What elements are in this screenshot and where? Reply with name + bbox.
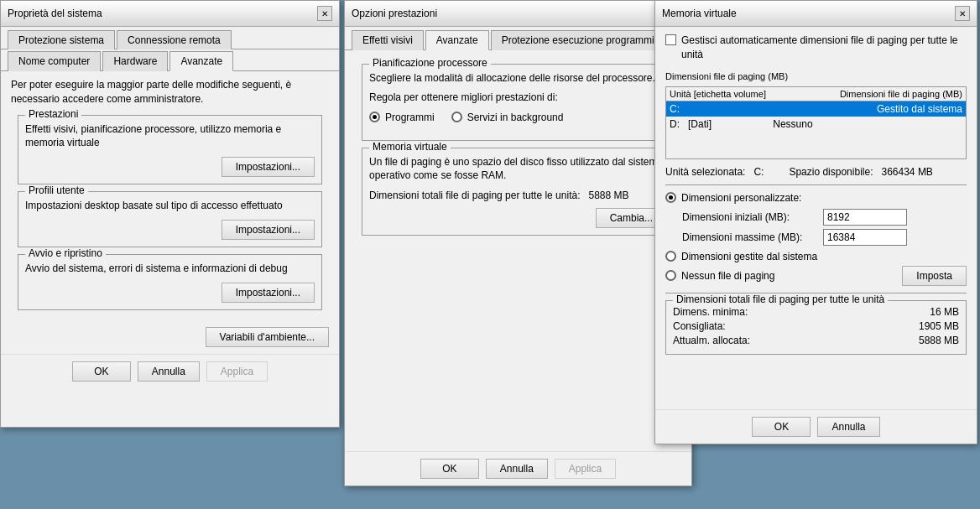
- dim-file-label: Dimensioni file di paging (MB): [665, 70, 967, 83]
- memoria-group: Memoria virtuale Un file di paging è uno…: [362, 148, 675, 236]
- radio-nessun-item[interactable]: Nessun file di paging: [665, 270, 774, 282]
- avvio-group: Avvio e ripristino Avvio del sistema, er…: [18, 254, 322, 310]
- tab-effetti[interactable]: Effetti visivi: [352, 30, 424, 50]
- system-ok-button[interactable]: OK: [72, 361, 131, 382]
- dim-massime-input[interactable]: [823, 229, 907, 246]
- radio-programmi-item[interactable]: Programmi: [369, 112, 435, 123]
- pianificazione-text: Scegliere la modalità di allocazione del…: [369, 71, 667, 86]
- perf-ok-button[interactable]: OK: [420, 459, 479, 479]
- profili-text: Impostazioni desktop basate sul tipo di …: [25, 199, 315, 213]
- radio-nessun-label: Nessun file di paging: [681, 270, 774, 282]
- perf-bottom-buttons: OK Annulla Applica: [345, 451, 691, 486]
- selected-drive-info: Unità selezionata: C: Spazio disponibile…: [665, 166, 967, 178]
- dim-massime-row: Dimensioni massime (MB):: [682, 229, 967, 246]
- perf-tab-bar: Effetti visivi Avanzate Protezione esecu…: [345, 27, 691, 50]
- unita-selezionata-group: Unità selezionata: C:: [665, 166, 764, 178]
- system-props-bottom-buttons: OK Annulla Applica: [1, 354, 339, 388]
- virtmem-annulla-button[interactable]: Annulla: [817, 417, 879, 437]
- prestazioni-settings-button[interactable]: Impostazioni...: [222, 157, 315, 177]
- vm-table-header: Unità [etichetta volume] Dimensioni file…: [665, 86, 967, 101]
- pianificazione-title: Pianificazione processore: [369, 57, 491, 69]
- totali-title: Dimensioni totali file di paging per tut…: [673, 293, 888, 305]
- spazio-label: Spazio disponibile:: [789, 166, 873, 178]
- perf-annulla-button[interactable]: Annulla: [486, 459, 548, 479]
- radio-sistema-input[interactable]: [665, 251, 676, 262]
- virtmem-ok-button[interactable]: OK: [752, 417, 811, 437]
- auto-manage-checkbox[interactable]: [665, 34, 676, 45]
- table-col1-header: Unità [etichetta volume]: [670, 89, 766, 99]
- virtmem-bottom-buttons: OK Annulla: [655, 409, 977, 444]
- radio-nessun-input[interactable]: [665, 270, 676, 281]
- prestazioni-title: Prestazioni: [25, 108, 81, 120]
- consigliata-row: Consigliata: 1905 MB: [673, 320, 959, 332]
- minima-label: Dimens. minima:: [673, 306, 748, 318]
- radio-servizi-label: Servizi in background: [467, 112, 564, 123]
- dimensioni-row: Dimensioni totali file di paging per tut…: [369, 190, 667, 201]
- perf-content: Pianificazione processore Scegliere la m…: [345, 50, 691, 249]
- auto-manage-checkbox-item[interactable]: Gestisci automaticamente dimensioni file…: [665, 34, 967, 62]
- memoria-text: Un file di paging è uno spazio del disco…: [369, 155, 667, 184]
- tab-connessione[interactable]: Connessione remota: [117, 30, 232, 49]
- virtual-memory-content: Gestisci automaticamente dimensioni file…: [655, 27, 977, 361]
- drive-d-cell: D: [Dati]: [666, 117, 769, 132]
- dim-iniziali-label: Dimensioni iniziali (MB):: [682, 211, 816, 223]
- radio-servizi-input[interactable]: [451, 112, 462, 122]
- variabili-button[interactable]: Variabili d'ambiente...: [206, 327, 329, 347]
- system-annulla-button[interactable]: Annulla: [138, 361, 200, 382]
- virtual-memory-dialog: Memoria virtuale ✕ Gestisci automaticame…: [654, 0, 977, 444]
- table-row[interactable]: C: Gestito dal sistema: [666, 101, 966, 117]
- system-properties-tab-bar: Protezione sistema Connessione remota: [1, 27, 339, 49]
- nessun-row: Nessun file di paging Imposta: [665, 266, 967, 286]
- table-row[interactable]: D: [Dati] Nessuno: [666, 117, 966, 132]
- drive-d-size-cell: Nessuno: [769, 117, 966, 132]
- perf-radio-group: Programmi Servizi in background: [369, 112, 667, 123]
- system-properties-content: Per poter eseguire la maggior parte dell…: [1, 71, 339, 324]
- radio-programmi-label: Programmi: [385, 112, 435, 123]
- virtual-memory-title: Memoria virtuale: [662, 8, 737, 19]
- prestazioni-text: Effetti visivi, pianificazione processor…: [25, 122, 315, 151]
- radio-programmi-input[interactable]: [369, 112, 380, 122]
- drive-c-size-cell: Gestito dal sistema: [769, 101, 966, 117]
- dim-iniziali-input[interactable]: [823, 209, 907, 226]
- dim-iniziali-row: Dimensioni iniziali (MB):: [682, 209, 967, 226]
- avvio-title: Avvio e ripristino: [25, 247, 106, 259]
- tab-perf-avanzate[interactable]: Avanzate: [425, 30, 489, 50]
- radio-sistema-label: Dimensioni gestite dal sistema: [681, 251, 817, 262]
- virtual-memory-titlebar: Memoria virtuale ✕: [655, 1, 977, 27]
- radio-servizi-item[interactable]: Servizi in background: [451, 112, 564, 123]
- drive-c-cell: C:: [666, 101, 769, 117]
- prestazioni-group: Prestazioni Effetti visivi, pianificazio…: [18, 115, 322, 185]
- perf-applica-button[interactable]: Applica: [555, 459, 616, 479]
- avvio-settings-button[interactable]: Impostazioni...: [222, 283, 315, 303]
- imposta-button[interactable]: Imposta: [902, 266, 967, 286]
- profili-group: Profili utente Impostazioni desktop basa…: [18, 191, 322, 247]
- spazio-group: Spazio disponibile: 366434 MB: [789, 166, 932, 178]
- radio-personalizzate-item[interactable]: Dimensioni personalizzate:: [665, 192, 967, 204]
- tab-nome[interactable]: Nome computer: [8, 51, 101, 71]
- profili-settings-button[interactable]: Impostazioni...: [222, 220, 315, 240]
- consigliata-label: Consigliata:: [673, 320, 726, 332]
- unita-selezionata-label: Unità selezionata:: [665, 166, 745, 178]
- auto-manage-label: Gestisci automaticamente dimensioni file…: [681, 34, 967, 62]
- system-properties-tab-bar-2: Nome computer Hardware Avanzate: [1, 49, 339, 71]
- consigliata-value: 1905 MB: [919, 320, 959, 332]
- system-properties-titlebar: Proprietà del sistema ✕: [1, 1, 339, 27]
- totali-group: Dimensioni totali file di paging per tut…: [665, 300, 967, 355]
- system-properties-close-button[interactable]: ✕: [317, 6, 332, 21]
- tab-hardware[interactable]: Hardware: [102, 51, 168, 71]
- allocata-row: Attualm. allocata: 5888 MB: [673, 335, 959, 346]
- perf-options-title: Opzioni prestazioni: [352, 8, 437, 19]
- vm-table-container[interactable]: C: Gestito dal sistema D: [Dati] Nessuno: [665, 101, 967, 159]
- table-col2-header: Dimensioni file di paging (MB): [840, 89, 962, 99]
- virtual-memory-close-button[interactable]: ✕: [955, 6, 970, 21]
- system-properties-title: Proprietà del sistema: [8, 8, 102, 19]
- personalizzate-section: Dimensioni personalizzate: Dimensioni in…: [665, 192, 967, 246]
- radio-sistema-item[interactable]: Dimensioni gestite dal sistema: [665, 251, 967, 262]
- tab-protezione-exec[interactable]: Protezione esecuzione programmi: [491, 30, 665, 50]
- regola-text: Regola per ottenere migliori prestazioni…: [369, 91, 667, 105]
- tab-avanzate[interactable]: Avanzate: [169, 51, 233, 71]
- system-applica-button[interactable]: Applica: [206, 361, 268, 382]
- tab-protezione[interactable]: Protezione sistema: [8, 30, 115, 49]
- allocata-value: 5888 MB: [919, 335, 959, 346]
- radio-personalizzate-input[interactable]: [665, 192, 676, 203]
